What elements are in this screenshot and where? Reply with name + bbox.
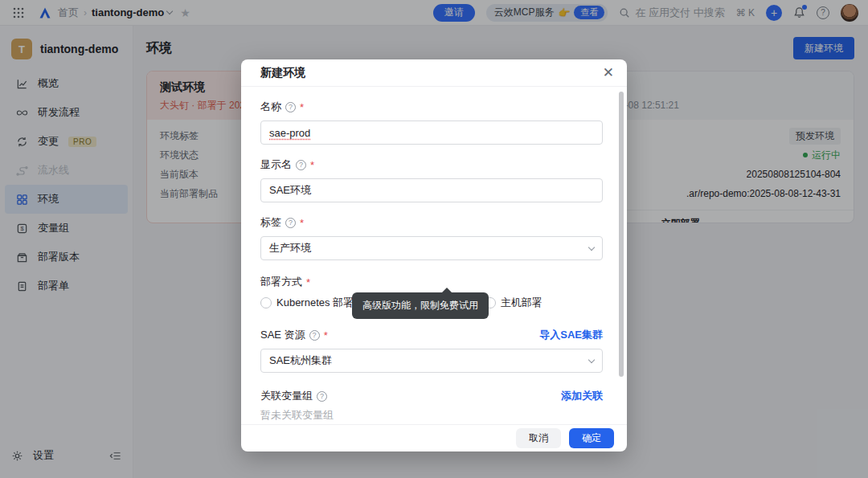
cancel-button[interactable]: 取消	[516, 428, 561, 448]
confirm-button[interactable]: 确定	[569, 428, 614, 448]
radio-label: Kubernetes 部署	[276, 296, 354, 310]
sae-resource-field-label: SAE 资源 ? *	[260, 328, 328, 342]
radio-host-deploy[interactable]: 主机部署	[485, 296, 542, 310]
radio-label: 主机部署	[501, 296, 542, 310]
display-name-input[interactable]: SAE环境	[260, 178, 603, 202]
deploy-method-field-label: 部署方式 *	[260, 275, 603, 289]
variable-group-field-label: 关联变量组 ?	[260, 389, 327, 403]
radio-icon	[260, 297, 272, 308]
help-icon[interactable]: ?	[317, 391, 327, 402]
required-mark: *	[310, 159, 314, 171]
sae-resource-row: SAE 资源 ? * 导入SAE集群	[260, 328, 603, 342]
tag-select-value: 生产环境	[269, 241, 311, 255]
help-icon[interactable]: ?	[285, 102, 296, 112]
required-mark: *	[306, 276, 310, 288]
import-sae-cluster-link[interactable]: 导入SAE集群	[539, 328, 603, 342]
required-mark: *	[300, 217, 304, 229]
chevron-down-icon	[588, 243, 595, 250]
display-name-input-value: SAE环境	[269, 183, 311, 198]
name-input[interactable]: sae-prod	[260, 121, 603, 145]
name-input-value: sae-prod	[269, 127, 310, 139]
name-field-label: 名称 ? *	[260, 100, 603, 114]
sae-resource-select[interactable]: SAE杭州集群	[260, 349, 603, 373]
variable-group-empty-text: 暂未关联变量组	[260, 408, 603, 423]
modal-header: 新建环境 ✕	[241, 59, 627, 87]
help-icon[interactable]: ?	[285, 218, 296, 228]
sae-resource-select-value: SAE杭州集群	[269, 353, 332, 368]
chevron-down-icon	[588, 356, 595, 362]
help-icon[interactable]: ?	[296, 160, 306, 170]
display-name-field-label: 显示名 ? *	[260, 157, 603, 172]
close-icon[interactable]: ✕	[603, 66, 614, 80]
new-environment-modal: 新建环境 ✕ 名称 ? * sae-prod 显示名 ? * SAE环境 标签 …	[241, 59, 627, 451]
modal-footer: 取消 确定	[241, 424, 627, 451]
tag-select[interactable]: 生产环境	[260, 236, 603, 260]
add-variable-group-link[interactable]: 添加关联	[561, 389, 603, 403]
required-mark: *	[300, 101, 304, 113]
variable-group-row: 关联变量组 ? 添加关联	[260, 389, 603, 403]
modal-scrollbar	[619, 90, 624, 421]
help-icon[interactable]: ?	[309, 330, 320, 341]
tag-field-label: 标签 ? *	[260, 215, 603, 230]
scrollbar-thumb[interactable]	[619, 92, 624, 377]
modal-title: 新建环境	[260, 66, 305, 80]
required-mark: *	[324, 329, 328, 341]
radio-kubernetes-deploy[interactable]: Kubernetes 部署	[260, 296, 354, 310]
beta-feature-tooltip: 高级版功能，限制免费试用	[352, 292, 489, 319]
modal-body: 名称 ? * sae-prod 显示名 ? * SAE环境 标签 ? * 生产环…	[241, 87, 627, 424]
